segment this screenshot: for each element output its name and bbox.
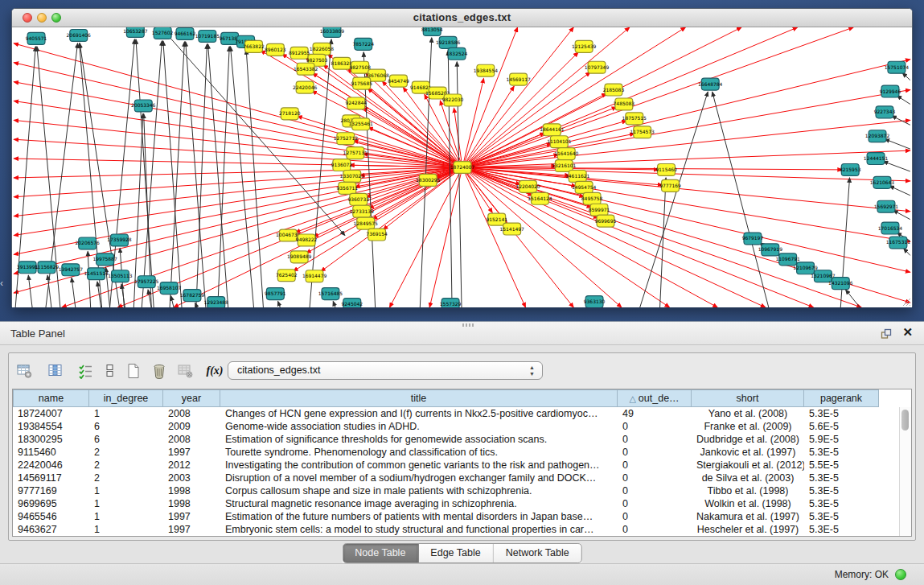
table-row[interactable]: 1938455462009Genome-wide association stu…: [13, 420, 899, 433]
table-row[interactable]: 1830029562008Estimation of significance …: [13, 433, 899, 446]
citation-edge-black[interactable]: [171, 296, 175, 307]
graph-node-9405571[interactable]: 9405571: [26, 32, 47, 44]
memory-status-icon[interactable]: [895, 569, 906, 580]
graph-node-16782759[interactable]: 16782759: [180, 290, 205, 302]
graph-node-16210643[interactable]: 16210643: [870, 176, 895, 188]
graph-node-10797349[interactable]: 10797349: [585, 61, 610, 73]
panel-collapse-arrow-icon[interactable]: ‹: [0, 277, 7, 290]
graph-node-11104101[interactable]: 11104101: [547, 136, 572, 148]
graph-node-12757131[interactable]: 12757131: [343, 147, 368, 159]
tab-edge-table[interactable]: Edge Table: [418, 544, 493, 562]
graph-node-9822030[interactable]: 9822030: [442, 94, 464, 106]
column-header-short[interactable]: short: [692, 389, 804, 407]
graph-node-13505113[interactable]: 13505113: [108, 270, 133, 282]
citation-network-graph[interactable]: 9405571206914061065328715276029466162107…: [12, 27, 912, 307]
tab-network-table[interactable]: Network Table: [494, 544, 581, 562]
graph-node-12093872[interactable]: 12093872: [865, 130, 890, 142]
graph-node-12204020[interactable]: 12204020: [515, 180, 540, 192]
graph-node-8960123[interactable]: 8960123: [265, 43, 286, 56]
graph-node-17957225[interactable]: 17957225: [134, 276, 159, 288]
citation-edge-red[interactable]: [462, 27, 630, 167]
table-row[interactable]: 946362711997Embryonic stem cells: a mode…: [13, 523, 899, 536]
graph-node-13942757[interactable]: 13942757: [59, 264, 84, 276]
citation-edge-black[interactable]: [110, 39, 135, 307]
column-header-pagerank[interactable]: pagerank: [804, 389, 879, 407]
float-window-icon[interactable]: [881, 328, 892, 340]
network-view-window[interactable]: citations_edges.txt 94055712069140610653…: [11, 8, 913, 307]
graph-node-14611621[interactable]: 14611621: [565, 170, 590, 182]
table-row[interactable]: 946554611997Estimation of the future num…: [13, 510, 899, 523]
graph-node-12733139[interactable]: 12733139: [350, 205, 375, 217]
graph-node-15716485[interactable]: 15716485: [318, 288, 343, 300]
citation-edge-black[interactable]: [897, 96, 910, 105]
table-row[interactable]: 1456911722003Disruption of a novel membe…: [13, 472, 899, 484]
citation-edge-red[interactable]: [462, 90, 910, 167]
citation-edge-red[interactable]: [462, 144, 552, 167]
graph-node-16958107[interactable]: 16958107: [157, 282, 182, 295]
table-settings-icon[interactable]: [17, 363, 35, 379]
hub-node-18724007[interactable]: 18724007: [450, 162, 475, 174]
graph-node-12444151[interactable]: 12444151: [864, 153, 889, 165]
show-columns-icon[interactable]: [47, 363, 65, 379]
graph-node-16033809[interactable]: 16033809: [320, 27, 345, 37]
graph-node-9227343[interactable]: 9227343: [874, 106, 896, 118]
citation-edge-black[interactable]: [333, 301, 335, 307]
citation-edge-red[interactable]: [462, 167, 766, 307]
column-header-out_de[interactable]: △out_de…: [618, 389, 692, 407]
graph-node-19089489[interactable]: 19089489: [287, 251, 312, 263]
table-row[interactable]: 977716911998Corpus callosum shape and si…: [13, 484, 899, 497]
graph-node-19384554[interactable]: 19384554: [474, 64, 499, 76]
table-row[interactable]: 911546021997Tourette syndrome. Phenomeno…: [13, 446, 899, 459]
graph-node-11754573[interactable]: 11754573: [630, 126, 655, 138]
citation-edge-red[interactable]: [14, 167, 462, 197]
resize-grip[interactable]: [901, 296, 911, 307]
graph-node-8454749[interactable]: 8454749: [388, 75, 409, 87]
graph-node-15751074[interactable]: 15751074: [885, 61, 910, 73]
graph-node-7625402[interactable]: 7625402: [276, 270, 298, 282]
citation-edge-black[interactable]: [310, 39, 331, 307]
citation-edge-red[interactable]: [298, 116, 462, 167]
citation-edge-red[interactable]: [462, 27, 741, 167]
graph-node-16648784[interactable]: 16648784: [698, 78, 723, 90]
graph-node-16914479[interactable]: 16914479: [302, 270, 327, 282]
graph-node-9360733[interactable]: 9360733: [347, 193, 369, 205]
graph-node-15692971[interactable]: 15692971: [874, 200, 899, 212]
citation-edge-black[interactable]: [640, 92, 708, 307]
citation-edge-black[interactable]: [904, 249, 910, 256]
graph-node-18300295[interactable]: 18300295: [416, 174, 441, 186]
delete-trash-icon[interactable]: [151, 363, 169, 379]
window-titlebar[interactable]: citations_edges.txt: [12, 9, 912, 27]
graph-node-7369154[interactable]: 7369154: [366, 229, 388, 241]
graph-node-8495758[interactable]: 8495758: [581, 192, 603, 204]
select-columns-icon[interactable]: [78, 363, 96, 379]
graph-node-11641640[interactable]: 11641640: [554, 148, 579, 160]
graph-node-9129946[interactable]: 9129946: [880, 85, 901, 97]
citation-edge-black[interactable]: [170, 42, 184, 307]
citation-edge-black[interactable]: [218, 47, 229, 307]
citation-edge-black[interactable]: [713, 92, 769, 307]
graph-node-14569117[interactable]: 14569117: [506, 73, 531, 85]
citation-edge-red[interactable]: [462, 93, 606, 167]
graph-node-14954754[interactable]: 14954754: [572, 181, 597, 193]
citation-edge-black[interactable]: [278, 301, 281, 307]
close-panel-icon[interactable]: ✕: [902, 325, 913, 340]
graph-node-19218586[interactable]: 19218586: [436, 36, 461, 48]
citation-edge-red[interactable]: [14, 167, 462, 293]
table-scrollbar[interactable]: [899, 407, 911, 536]
graph-node-18226058[interactable]: 18226058: [310, 43, 335, 55]
tab-node-table[interactable]: Node Table: [343, 544, 418, 562]
graph-node-7663822[interactable]: 7663822: [243, 40, 265, 52]
splitter-grip[interactable]: [462, 323, 474, 327]
citation-edge-red[interactable]: [429, 167, 462, 307]
graph-node-10967919[interactable]: 10967919: [758, 244, 783, 256]
graph-node-10719185[interactable]: 10719185: [195, 30, 220, 42]
graph-node-19975887[interactable]: 19975887: [92, 253, 117, 266]
graph-node-13307021[interactable]: 13307021: [340, 170, 365, 182]
graph-node-20053346[interactable]: 20053346: [131, 100, 156, 112]
graph-node-13255461[interactable]: 13255461: [349, 118, 374, 130]
network-canvas[interactable]: 9405571206914061065328715276029466162107…: [12, 27, 912, 307]
column-header-in_degree[interactable]: in_degree: [89, 389, 163, 407]
graph-node-9498222[interactable]: 9498222: [296, 234, 318, 246]
table-row[interactable]: 2242004622012Investigating the contribut…: [13, 459, 899, 472]
graph-node-17016534[interactable]: 17016534: [878, 222, 903, 234]
